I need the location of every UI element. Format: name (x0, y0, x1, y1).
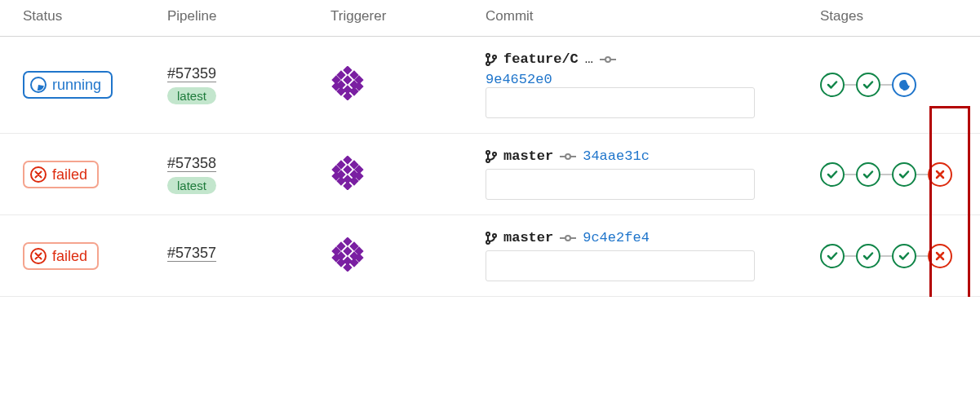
pipelines-table: Status Pipeline Triggerer Commit Stages … (0, 0, 980, 297)
stage-connector (880, 84, 892, 86)
branch-icon (486, 150, 497, 163)
stage-passed-icon[interactable] (892, 162, 916, 187)
status-label: running (52, 77, 101, 92)
status-label: failed (52, 249, 87, 263)
header-commit: Commit (477, 8, 812, 24)
cell-pipeline: #57358latest (159, 155, 322, 194)
failed-icon (29, 166, 47, 183)
stage-failed-icon[interactable] (928, 244, 952, 268)
stage-connector (916, 174, 928, 175)
commit-message-box[interactable] (486, 169, 755, 200)
header-stages: Stages (812, 8, 979, 24)
stage-connector (845, 174, 856, 175)
cell-triggerer (322, 66, 477, 104)
stage-passed-icon[interactable] (820, 73, 845, 97)
truncation-ellipsis: … (585, 51, 593, 67)
stage-connector (845, 255, 856, 257)
stage-passed-icon[interactable] (820, 244, 845, 268)
status-badge-running[interactable]: running (23, 71, 113, 99)
stages-graph (820, 162, 971, 187)
running-icon (29, 76, 47, 94)
stage-passed-icon[interactable] (820, 162, 845, 187)
stages-graph (820, 73, 971, 97)
pipeline-id-link[interactable]: #57357 (167, 245, 216, 262)
triggerer-avatar[interactable] (330, 156, 365, 190)
stages-graph (820, 244, 971, 268)
cell-triggerer (322, 237, 477, 275)
commit-message-box[interactable] (486, 250, 755, 281)
header-triggerer: Triggerer (322, 8, 477, 24)
cell-status: running (0, 71, 159, 99)
pipeline-id-link[interactable]: #57358 (167, 155, 216, 172)
cell-stages (812, 162, 979, 187)
branch-icon (486, 53, 497, 66)
commit-separator-icon (600, 56, 616, 63)
pipeline-id-link[interactable]: #57359 (167, 65, 216, 82)
commit-separator-icon (560, 235, 576, 241)
stage-passed-icon[interactable] (892, 244, 916, 268)
cell-pipeline: #57359latest (159, 65, 322, 104)
branch-name[interactable]: master (503, 230, 553, 245)
branch-name[interactable]: feature/C (503, 51, 579, 67)
failed-icon (29, 247, 47, 265)
triggerer-avatar-icon (330, 66, 365, 100)
stage-connector (916, 255, 928, 257)
cell-commit: master 9c4e2fe4 (477, 230, 812, 281)
stage-failed-icon[interactable] (928, 162, 952, 187)
status-label: failed (52, 167, 87, 182)
stage-running-icon[interactable] (892, 73, 916, 97)
header-status: Status (0, 8, 159, 24)
latest-badge: latest (167, 177, 216, 194)
cell-status: failed (0, 161, 159, 188)
commit-sha-link[interactable]: 9e4652e0 (486, 72, 552, 87)
stage-connector (880, 255, 892, 257)
pipeline-row: failed #57357 master 9c4e2fe4 (0, 215, 980, 297)
pipeline-row: failed #57358latest master 34aae31c (0, 134, 980, 215)
pipeline-row: running #57359latest feature/C … 9e4652e… (0, 37, 980, 134)
commit-message-box[interactable] (486, 87, 755, 118)
triggerer-avatar[interactable] (330, 66, 365, 100)
stage-passed-icon[interactable] (856, 244, 880, 268)
branch-name[interactable]: master (503, 148, 553, 164)
cell-status: failed (0, 242, 159, 270)
triggerer-avatar[interactable] (330, 237, 365, 272)
cell-triggerer (322, 156, 477, 193)
triggerer-avatar-icon (330, 237, 365, 272)
commit-sha-link[interactable]: 9c4e2fe4 (583, 230, 650, 245)
latest-badge: latest (167, 87, 216, 104)
cell-stages (812, 73, 979, 97)
header-pipeline: Pipeline (159, 8, 322, 24)
table-header-row: Status Pipeline Triggerer Commit Stages (0, 0, 980, 37)
stage-connector (845, 84, 856, 86)
commit-sha-link[interactable]: 34aae31c (583, 148, 650, 164)
cell-stages (812, 244, 979, 268)
cell-commit: master 34aae31c (477, 148, 812, 200)
cell-pipeline: #57357 (159, 245, 322, 267)
cell-commit: feature/C … 9e4652e0 (477, 51, 812, 118)
branch-icon (486, 232, 497, 245)
status-badge-failed[interactable]: failed (23, 161, 99, 188)
stage-passed-icon[interactable] (856, 73, 880, 97)
status-badge-failed[interactable]: failed (23, 242, 99, 270)
commit-separator-icon (560, 153, 576, 160)
triggerer-avatar-icon (330, 156, 365, 190)
stage-passed-icon[interactable] (856, 162, 880, 187)
stage-connector (880, 174, 892, 175)
